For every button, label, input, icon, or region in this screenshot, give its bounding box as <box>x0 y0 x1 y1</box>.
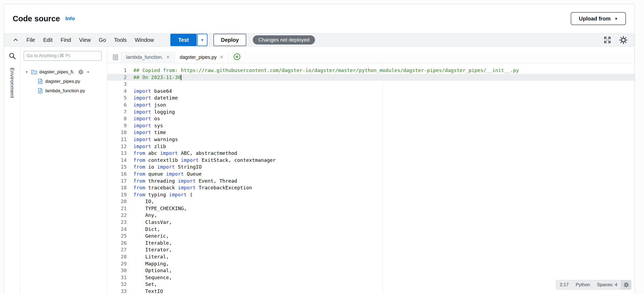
line-number: 23 <box>108 219 127 226</box>
code-line-25[interactable]: 25 Generic, <box>108 233 635 240</box>
code-line-23[interactable]: 23 ClassVar, <box>108 219 635 226</box>
code-line-28[interactable]: 28 Literal, <box>108 253 635 260</box>
collapse-editor-button[interactable] <box>11 37 20 43</box>
editor-settings-button[interactable] <box>619 36 628 44</box>
code-line-18[interactable]: 18from traceback import TracebackExcepti… <box>108 184 635 191</box>
menu-item-tools[interactable]: Tools <box>110 37 131 43</box>
line-number: 18 <box>108 184 127 191</box>
text-cursor <box>181 75 181 80</box>
code-line-15[interactable]: 15from io import StringIO <box>108 163 635 170</box>
code-line-10[interactable]: 10import time <box>108 129 635 136</box>
line-number: 21 <box>108 205 127 212</box>
menu-item-window[interactable]: Window <box>131 37 158 43</box>
line-number: 15 <box>108 163 127 170</box>
goto-anything-input[interactable] <box>24 51 102 61</box>
page-title: Code source <box>13 14 60 23</box>
code-line-8[interactable]: 8import os <box>108 115 635 122</box>
code-line-1[interactable]: 1## Copied from: https://raw.githubuserc… <box>108 67 635 74</box>
code-text: import json <box>133 101 166 108</box>
menu-item-edit[interactable]: Edit <box>39 37 56 43</box>
caret-down-icon: ▾ <box>87 70 89 74</box>
line-number: 14 <box>108 157 127 164</box>
code-line-17[interactable]: 17from threading import Event, Thread <box>108 177 635 184</box>
code-line-9[interactable]: 9import sys <box>108 122 635 129</box>
python-file-icon <box>38 88 43 94</box>
ide-area: Environment ▾ dagster_pipes_funct <box>4 47 635 294</box>
menubar-items: FileEditFindViewGoToolsWindow <box>22 37 158 43</box>
folder-item[interactable]: ▾ dagster_pipes_funct <box>20 67 107 77</box>
line-number: 33 <box>108 288 127 294</box>
info-link[interactable]: Info <box>65 16 75 22</box>
code-editor[interactable]: 1## Copied from: https://raw.githubuserc… <box>108 63 635 294</box>
menu-item-find[interactable]: Find <box>57 37 75 43</box>
file-item-lambda_function.py[interactable]: lambda_function.py <box>20 86 107 95</box>
code-line-27[interactable]: 27 Iterator, <box>108 246 635 253</box>
line-number: 6 <box>108 101 127 108</box>
code-line-20[interactable]: 20 IO, <box>108 198 635 205</box>
python-file-icon <box>38 78 43 84</box>
test-options-button[interactable]: ▼ <box>197 34 207 46</box>
code-text: Optional, <box>133 267 172 274</box>
code-line-7[interactable]: 7import logging <box>108 108 635 115</box>
upload-from-button[interactable]: Upload from ▼ <box>571 12 626 25</box>
code-line-3[interactable]: 3 <box>108 81 635 88</box>
statusbar-settings-button[interactable] <box>621 280 631 289</box>
environment-tab[interactable]: Environment <box>9 68 15 98</box>
code-line-33[interactable]: 33 TextIO <box>108 288 635 294</box>
code-text: TextIO <box>133 288 163 294</box>
left-icon-strip: Environment <box>4 47 20 294</box>
file-name: dagster_pipes.py <box>45 79 80 84</box>
tab-size-setting[interactable]: Spaces: 4 <box>593 280 621 289</box>
code-text: import warnings <box>133 136 178 143</box>
code-text: ClassVar, <box>133 219 172 226</box>
menu-item-file[interactable]: File <box>22 37 39 43</box>
fullscreen-button[interactable] <box>604 36 611 44</box>
menu-item-go[interactable]: Go <box>95 37 110 43</box>
code-line-5[interactable]: 5import datetime <box>108 94 635 101</box>
caret-down-icon: ▼ <box>200 38 204 42</box>
deploy-button[interactable]: Deploy <box>213 34 247 46</box>
line-number: 7 <box>108 108 127 115</box>
menu-item-view[interactable]: View <box>75 37 95 43</box>
code-text: ## Copied from: https://raw.githubuserco… <box>133 67 519 74</box>
code-text: import base64 <box>133 88 172 95</box>
code-line-6[interactable]: 6import json <box>108 101 635 108</box>
test-button[interactable]: Test <box>170 34 197 46</box>
file-list-icon <box>113 54 118 60</box>
folder-icon <box>31 69 37 74</box>
code-text: Dict, <box>133 226 160 233</box>
code-line-30[interactable]: 30 Optional, <box>108 267 635 274</box>
code-line-31[interactable]: 31 Sequence, <box>108 274 635 281</box>
tab-dagster_pipes.py[interactable]: dagster_pipes.py× <box>175 52 228 63</box>
code-line-11[interactable]: 11import warnings <box>108 136 635 143</box>
close-icon[interactable]: × <box>220 54 223 60</box>
cursor-position[interactable]: 2:17 <box>556 280 572 289</box>
new-tab-button[interactable] <box>233 53 241 61</box>
line-number: 11 <box>108 136 127 143</box>
code-line-14[interactable]: 14from contextlib import ExitStack, cont… <box>108 157 635 164</box>
line-number: 26 <box>108 240 127 247</box>
code-line-13[interactable]: 13from abc import ABC, abstractmethod <box>108 150 635 157</box>
open-files-list-button[interactable] <box>110 52 121 63</box>
code-line-22[interactable]: 22 Any, <box>108 212 635 219</box>
code-line-32[interactable]: 32 Set, <box>108 281 635 288</box>
code-line-16[interactable]: 16from queue import Queue <box>108 170 635 177</box>
code-line-26[interactable]: 26 Iterable, <box>108 240 635 247</box>
language-mode[interactable]: Python <box>572 280 593 289</box>
file-tree: ▾ dagster_pipes_funct <box>20 67 107 95</box>
code-line-21[interactable]: 21 TYPE_CHECKING, <box>108 205 635 212</box>
search-button[interactable] <box>8 52 16 60</box>
code-line-29[interactable]: 29 Mapping, <box>108 260 635 267</box>
code-line-24[interactable]: 24 Dict, <box>108 226 635 233</box>
folder-settings-button[interactable]: ▾ <box>78 69 89 75</box>
folder-expand-caret-icon[interactable]: ▾ <box>26 70 30 74</box>
line-number: 8 <box>108 115 127 122</box>
gear-icon <box>78 69 84 75</box>
code-line-2[interactable]: 2## On 2023-11-30 <box>108 74 635 81</box>
code-line-19[interactable]: 19from typing import ( <box>108 191 635 198</box>
file-item-dagster_pipes.py[interactable]: dagster_pipes.py <box>20 77 107 86</box>
close-icon[interactable]: × <box>166 54 170 60</box>
code-line-12[interactable]: 12import zlib <box>108 143 635 150</box>
code-line-4[interactable]: 4import base64 <box>108 88 635 95</box>
tab-lambda_function.[interactable]: lambda_function.× <box>121 52 175 63</box>
